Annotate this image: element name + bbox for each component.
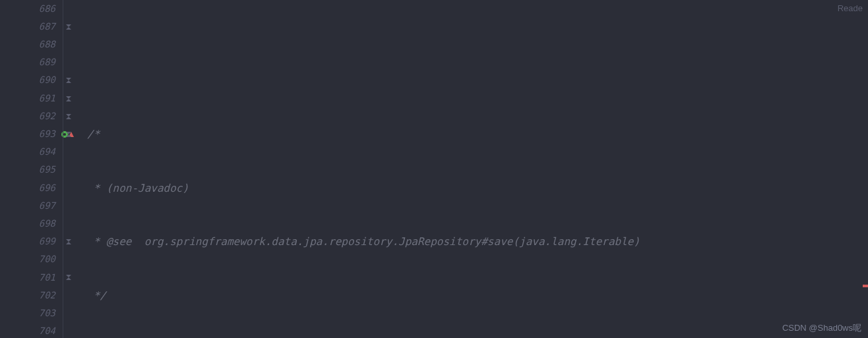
fold-gutter-cell xyxy=(59,72,78,90)
code-editor: 6866876886896906916926936946956966976986… xyxy=(0,0,868,338)
code-line[interactable]: */ xyxy=(87,287,868,304)
code-area[interactable]: /* * (non-Javadoc) * @see org.springfram… xyxy=(78,0,868,338)
fold-gutter-cell xyxy=(59,251,78,269)
comment: */ xyxy=(87,287,106,304)
fold-gutter-cell xyxy=(59,269,78,287)
line-number[interactable]: 694 xyxy=(0,144,55,161)
fold-column xyxy=(59,0,78,338)
fold-gutter-cell xyxy=(59,90,78,107)
line-number[interactable]: 698 xyxy=(0,215,55,233)
fold-gutter-cell xyxy=(59,287,78,304)
line-number[interactable]: 691 xyxy=(0,90,55,107)
code-line[interactable]: * (non-Javadoc) xyxy=(87,179,868,197)
error-stripe-marker[interactable] xyxy=(863,285,868,287)
fold-gutter-cell xyxy=(59,233,78,250)
line-number[interactable]: 699 xyxy=(0,233,55,250)
fold-toggle-icon[interactable] xyxy=(65,239,72,245)
fold-toggle-icon[interactable] xyxy=(65,113,72,120)
fold-gutter-cell xyxy=(59,179,78,197)
line-number[interactable]: 704 xyxy=(0,322,55,338)
fold-gutter-cell xyxy=(59,125,78,143)
line-number[interactable]: 687 xyxy=(0,18,55,36)
fold-gutter-cell xyxy=(59,18,78,36)
code-line[interactable] xyxy=(87,54,868,72)
fold-toggle-icon[interactable] xyxy=(65,77,72,84)
comment: * @see org.springframework.data.jpa.repo… xyxy=(87,233,640,250)
fold-gutter-cell xyxy=(59,0,78,18)
watermark: CSDN @Shad0ws呢 xyxy=(782,321,861,335)
line-number[interactable]: 688 xyxy=(0,36,55,53)
line-number-gutter: 6866876886896906916926936946956966976986… xyxy=(0,0,59,338)
fold-toggle-icon[interactable] xyxy=(65,96,72,102)
line-number[interactable]: 700 xyxy=(0,251,55,269)
fold-gutter-cell xyxy=(59,36,78,53)
fold-gutter-cell xyxy=(59,107,78,125)
line-number[interactable]: 693 xyxy=(0,125,55,143)
line-number[interactable]: 686 xyxy=(0,0,55,18)
fold-gutter-cell xyxy=(59,322,78,338)
line-number[interactable]: 703 xyxy=(0,304,55,322)
line-number[interactable]: 702 xyxy=(0,287,55,304)
reader-mode-label[interactable]: Reade xyxy=(838,1,863,16)
line-number[interactable]: 696 xyxy=(0,179,55,197)
fold-gutter-cell xyxy=(59,215,78,233)
line-number[interactable]: 701 xyxy=(0,269,55,287)
fold-gutter-cell xyxy=(59,54,78,72)
comment: * (non-Javadoc) xyxy=(87,179,189,197)
fold-toggle-icon[interactable] xyxy=(65,131,72,138)
fold-gutter-cell xyxy=(59,144,78,161)
line-number[interactable]: 689 xyxy=(0,54,55,72)
code-line[interactable]: /* xyxy=(87,125,868,143)
fold-gutter-cell xyxy=(59,304,78,322)
code-line[interactable]: * @see org.springframework.data.jpa.repo… xyxy=(87,233,868,250)
line-number[interactable]: 690 xyxy=(0,72,55,90)
line-number[interactable]: 697 xyxy=(0,197,55,215)
fold-gutter-cell xyxy=(59,161,78,179)
fold-gutter-cell xyxy=(59,197,78,215)
line-number[interactable]: 695 xyxy=(0,161,55,179)
comment: /* xyxy=(87,125,100,143)
fold-toggle-icon[interactable] xyxy=(65,274,72,281)
line-number[interactable]: 692 xyxy=(0,107,55,125)
fold-toggle-icon[interactable] xyxy=(65,24,72,30)
